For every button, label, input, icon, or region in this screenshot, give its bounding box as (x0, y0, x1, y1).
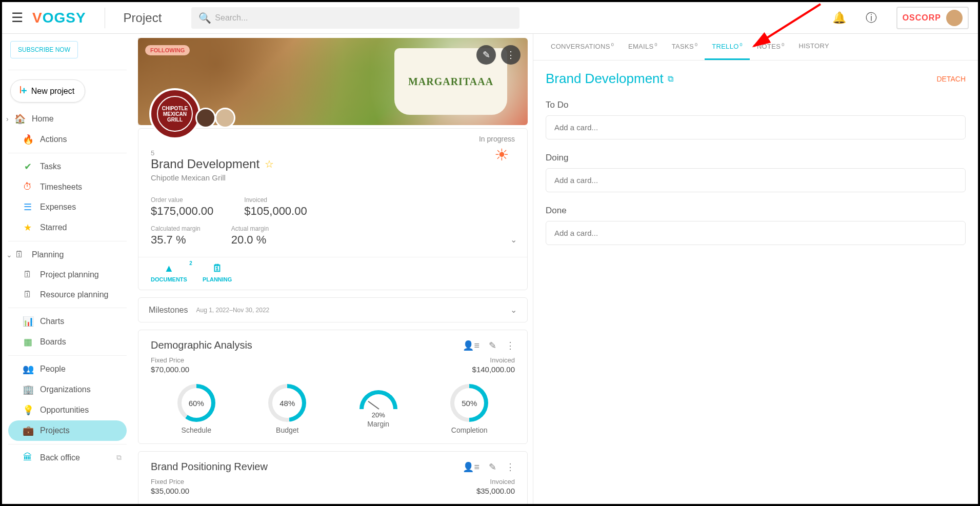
nav-boards[interactable]: ▦Boards (8, 332, 127, 352)
nav-tasks[interactable]: ✔Tasks (8, 156, 127, 177)
tab-documents[interactable]: ▲2DOCUMENTS (151, 262, 187, 282)
gauge-margin: 20%Margin (359, 384, 397, 434)
sun-icon: ☀ (494, 145, 515, 166)
menu-icon[interactable]: ☰ (11, 10, 23, 26)
nav-home[interactable]: ›🏠Home (8, 109, 127, 129)
project-number: 5 (151, 149, 515, 157)
right-panel: CONVERSATIONS0 EMAILS0 TASKS0 TRELLO0 NO… (533, 34, 978, 504)
nav-project-planning[interactable]: 🗓Project planning (8, 265, 127, 285)
team-avatar-1[interactable] (195, 108, 216, 128)
page-title: Project (124, 11, 162, 25)
tab-tasks[interactable]: TASKS0 (665, 34, 705, 60)
center-column: MARGARITAAA FOLLOWING ✎ ⋮ CHIPOTLEMEXICA… (133, 34, 533, 504)
edit-icon[interactable]: ✎ (489, 340, 496, 351)
logo[interactable]: VOGSY (32, 10, 86, 26)
chevron-down-icon: ⌄ (6, 251, 12, 259)
milestones-card[interactable]: Milestones Aug 1, 2022–Nov 30, 2022 ⌄ (138, 297, 528, 322)
fire-icon: 🔥 (23, 134, 33, 145)
edit-icon[interactable]: ✎ (476, 45, 496, 65)
calc-margin: 35.7 % (151, 233, 201, 247)
project-status: In progress (479, 135, 515, 143)
right-tabs: CONVERSATIONS0 EMAILS0 TASKS0 TRELLO0 NO… (533, 34, 978, 60)
org-badge[interactable]: OSCORP (896, 7, 969, 29)
nav-charts[interactable]: 📊Charts (8, 311, 127, 332)
sidebar: SUBSCRIBE NOW + New project ›🏠Home 🔥Acti… (2, 34, 133, 504)
plus-icon: + (21, 85, 27, 97)
more-icon[interactable]: ⋮ (501, 45, 521, 65)
project-card: In progress ☀ 5 Brand Development ☆ Chip… (138, 128, 528, 290)
new-project-label: New project (31, 87, 74, 96)
nav-opportunities[interactable]: 💡Opportunities (8, 400, 127, 420)
chevron-right-icon: › (6, 115, 9, 123)
order-value: $175,000.00 (151, 205, 213, 218)
assign-icon[interactable]: 👤≡ (463, 461, 479, 473)
edit-icon[interactable]: ✎ (489, 461, 496, 473)
list-todo-title: To Do (546, 100, 966, 110)
chart-icon: 📊 (23, 316, 33, 327)
building-icon: 🏢 (23, 384, 33, 395)
search-icon: 🔍 (198, 12, 211, 24)
nav-projects[interactable]: 💼Projects (8, 420, 127, 441)
external-link-icon: ⧉ (116, 453, 122, 462)
notifications-icon[interactable]: 🔔 (832, 11, 846, 25)
nav-expenses[interactable]: ☰Expenses (8, 197, 127, 217)
separator (105, 8, 105, 28)
detach-button[interactable]: DETACH (936, 75, 966, 83)
briefcase-icon: 💼 (23, 425, 33, 436)
nav-actions[interactable]: 🔥Actions (8, 129, 127, 150)
star-icon: ★ (23, 222, 33, 233)
calendar-icon: 🗓 (23, 269, 33, 280)
star-icon[interactable]: ☆ (265, 158, 274, 170)
nav-resource-planning[interactable]: 🗓Resource planning (8, 285, 127, 305)
bulb-icon: 💡 (23, 404, 33, 416)
nav-planning[interactable]: ⌄🗓Planning (8, 245, 127, 265)
search-input[interactable] (191, 7, 519, 29)
nav-organizations[interactable]: 🏢Organizations (8, 379, 127, 400)
list-done-title: Done (546, 206, 966, 216)
add-card-todo[interactable] (546, 115, 966, 139)
external-link-icon[interactable]: ⧉ (668, 74, 673, 84)
nav-timesheets[interactable]: ⏱Timesheets (8, 177, 127, 197)
tab-emails[interactable]: EMAILS0 (621, 34, 665, 60)
nav-people[interactable]: 👥People (8, 359, 127, 379)
add-card-doing[interactable] (546, 168, 966, 192)
assign-icon[interactable]: 👤≡ (463, 340, 479, 351)
invoiced-value: $105,000.00 (244, 205, 307, 218)
list-doing-title: Doing (546, 153, 966, 163)
add-card-done[interactable] (546, 221, 966, 245)
calendar-icon: 🗓 (23, 289, 33, 300)
tab-trello[interactable]: TRELLO0 (705, 34, 750, 60)
trello-board-title[interactable]: Brand Development (546, 71, 664, 87)
drive-icon: ▲2 (151, 262, 187, 274)
more-icon[interactable]: ⋮ (506, 461, 515, 473)
gauge-schedule: 60%Schedule (177, 384, 215, 434)
following-badge[interactable]: FOLLOWING (145, 45, 190, 55)
more-icon[interactable]: ⋮ (506, 340, 515, 351)
calendar-icon: 🗓 (14, 249, 25, 260)
tab-notes[interactable]: NOTES0 (750, 34, 792, 60)
chevron-down-icon[interactable]: ⌄ (510, 305, 517, 315)
tab-planning[interactable]: 🗓PLANNING (203, 262, 232, 282)
topbar: ☰ VOGSY Project 🔍 🔔 ⓘ OSCORP (2, 2, 978, 34)
avatar (946, 10, 963, 26)
subscribe-button[interactable]: SUBSCRIBE NOW (10, 41, 78, 58)
tab-history[interactable]: HISTORY (792, 34, 836, 60)
actual-margin: 20.0 % (231, 233, 269, 247)
chevron-down-icon[interactable]: ⌄ (510, 235, 517, 245)
project-client: Chipotle Mexican Grill (151, 173, 515, 182)
section-demographic: Demographic Analysis 👤≡ ✎ ⋮ Fixed Price$… (138, 330, 528, 444)
gauge-budget: 48%Budget (268, 384, 306, 434)
tab-conversations[interactable]: CONVERSATIONS0 (544, 34, 621, 60)
nav-back-office[interactable]: 🏛Back office⧉ (8, 448, 127, 468)
help-icon[interactable]: ⓘ (866, 10, 877, 26)
board-icon: ▦ (23, 336, 33, 348)
new-project-button[interactable]: + New project (10, 79, 85, 103)
section-brand-positioning: Brand Positioning Review 👤≡ ✎ ⋮ Fixed Pr… (138, 451, 528, 504)
project-hero: MARGARITAAA FOLLOWING ✎ ⋮ CHIPOTLEMEXICA… (138, 38, 528, 125)
team-avatar-2[interactable] (215, 108, 235, 128)
home-icon: 🏠 (14, 113, 25, 125)
people-icon: 👥 (23, 363, 33, 375)
project-name: Brand Development (151, 157, 259, 171)
bank-icon: 🏛 (23, 452, 33, 463)
nav-starred[interactable]: ★Starred (8, 217, 127, 238)
